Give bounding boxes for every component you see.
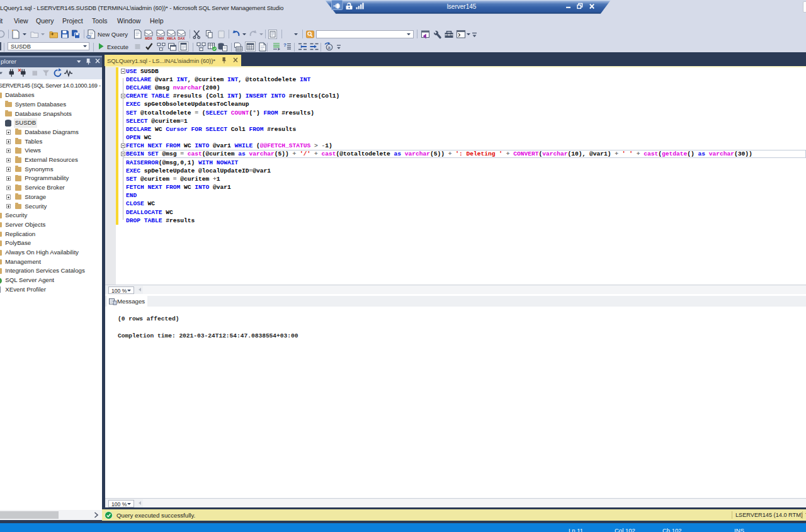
svg-text:MDX: MDX [145, 37, 152, 40]
svg-text:DAX: DAX [178, 37, 185, 40]
svg-text:XMLA: XMLA [167, 37, 176, 40]
svg-text:lserver145: lserver145 [447, 3, 477, 10]
svg-text:a: a [328, 45, 331, 50]
svg-text:DMX: DMX [157, 37, 164, 40]
svg-text:?: ? [283, 42, 287, 48]
